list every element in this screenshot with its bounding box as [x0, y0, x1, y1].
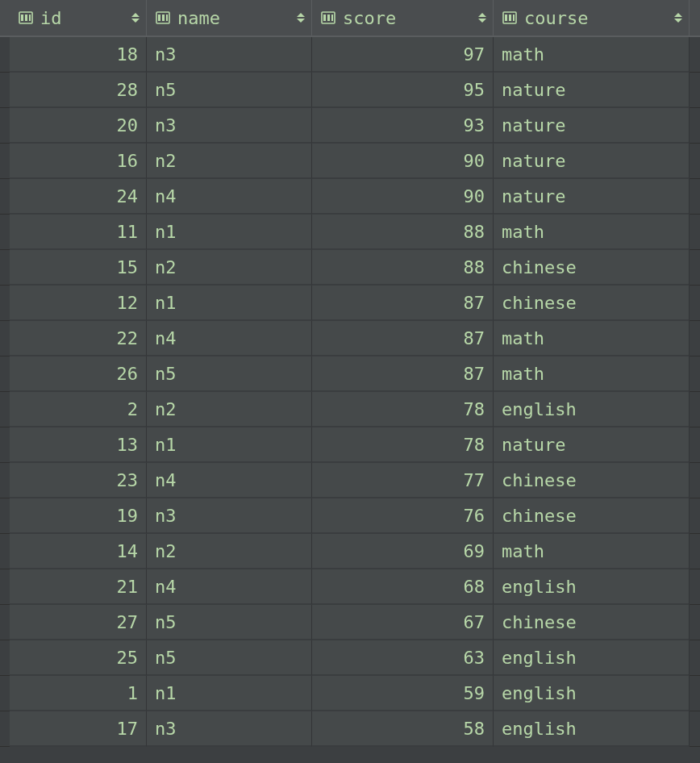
- cell-course[interactable]: nature: [494, 144, 690, 179]
- cell-value: math: [502, 364, 544, 384]
- cell-score[interactable]: 68: [312, 569, 494, 605]
- row-gutter: [690, 711, 700, 747]
- cell-name[interactable]: n5: [147, 356, 312, 392]
- cell-name[interactable]: n2: [147, 250, 312, 286]
- cell-id[interactable]: 11: [10, 215, 147, 250]
- cell-name[interactable]: n3: [147, 37, 312, 73]
- cell-score[interactable]: 97: [312, 37, 494, 73]
- cell-score[interactable]: 76: [312, 498, 494, 534]
- cell-id[interactable]: 19: [10, 498, 147, 534]
- cell-id[interactable]: 15: [10, 250, 147, 286]
- cell-id[interactable]: 22: [10, 321, 147, 356]
- cell-course[interactable]: nature: [494, 108, 690, 144]
- cell-id[interactable]: 16: [10, 144, 147, 179]
- cell-id[interactable]: 24: [10, 179, 147, 215]
- cell-value: math: [502, 328, 544, 348]
- cell-value: n4: [155, 186, 177, 206]
- row-gutter: [0, 463, 10, 498]
- cell-name[interactable]: n2: [147, 392, 312, 427]
- cell-name[interactable]: n3: [147, 498, 312, 534]
- cell-score[interactable]: 67: [312, 605, 494, 640]
- cell-id[interactable]: 25: [10, 640, 147, 676]
- cell-course[interactable]: chinese: [494, 250, 690, 286]
- cell-score[interactable]: 93: [312, 108, 494, 144]
- cell-name[interactable]: n1: [147, 286, 312, 321]
- cell-id[interactable]: 20: [10, 108, 147, 144]
- cell-name[interactable]: n2: [147, 144, 312, 179]
- cell-course[interactable]: english: [494, 392, 690, 427]
- cell-course[interactable]: english: [494, 711, 690, 747]
- cell-course[interactable]: english: [494, 569, 690, 605]
- cell-course[interactable]: chinese: [494, 605, 690, 640]
- cell-score[interactable]: 78: [312, 392, 494, 427]
- cell-name[interactable]: n1: [147, 215, 312, 250]
- cell-value: 13: [117, 435, 139, 455]
- cell-name[interactable]: n4: [147, 321, 312, 356]
- cell-score[interactable]: 59: [312, 676, 494, 711]
- cell-course[interactable]: english: [494, 676, 690, 711]
- cell-name[interactable]: n3: [147, 108, 312, 144]
- cell-value: math: [502, 222, 544, 242]
- cell-id[interactable]: 2: [10, 392, 147, 427]
- cell-course[interactable]: math: [494, 37, 690, 73]
- cell-value: chinese: [502, 612, 577, 632]
- cell-score[interactable]: 95: [312, 73, 494, 108]
- cell-course[interactable]: math: [494, 321, 690, 356]
- cell-id[interactable]: 13: [10, 427, 147, 463]
- cell-id[interactable]: 28: [10, 73, 147, 108]
- cell-course[interactable]: math: [494, 215, 690, 250]
- cell-score[interactable]: 90: [312, 179, 494, 215]
- cell-value: 28: [117, 80, 139, 100]
- cell-score[interactable]: 63: [312, 640, 494, 676]
- cell-name[interactable]: n3: [147, 711, 312, 747]
- cell-value: 1: [127, 683, 138, 703]
- cell-course[interactable]: chinese: [494, 498, 690, 534]
- cell-course[interactable]: nature: [494, 179, 690, 215]
- column-header-course[interactable]: course: [494, 0, 690, 37]
- cell-id[interactable]: 12: [10, 286, 147, 321]
- cell-id[interactable]: 18: [10, 37, 147, 73]
- cell-score[interactable]: 88: [312, 215, 494, 250]
- cell-score[interactable]: 87: [312, 356, 494, 392]
- cell-id[interactable]: 26: [10, 356, 147, 392]
- cell-course[interactable]: math: [494, 534, 690, 569]
- cell-value: nature: [502, 115, 565, 136]
- cell-value: n5: [155, 364, 177, 384]
- cell-course[interactable]: chinese: [494, 463, 690, 498]
- cell-score[interactable]: 69: [312, 534, 494, 569]
- cell-course[interactable]: nature: [494, 73, 690, 108]
- cell-value: 12: [117, 293, 139, 313]
- cell-score[interactable]: 58: [312, 711, 494, 747]
- cell-course[interactable]: chinese: [494, 286, 690, 321]
- cell-name[interactable]: n4: [147, 463, 312, 498]
- cell-name[interactable]: n5: [147, 605, 312, 640]
- cell-id[interactable]: 27: [10, 605, 147, 640]
- cell-name[interactable]: n2: [147, 534, 312, 569]
- cell-score[interactable]: 87: [312, 321, 494, 356]
- cell-id[interactable]: 17: [10, 711, 147, 747]
- cell-id[interactable]: 14: [10, 534, 147, 569]
- column-header-id[interactable]: id: [10, 0, 147, 37]
- cell-score[interactable]: 87: [312, 286, 494, 321]
- cell-score[interactable]: 78: [312, 427, 494, 463]
- sort-icon: [674, 13, 682, 23]
- cell-name[interactable]: n1: [147, 676, 312, 711]
- cell-name[interactable]: n5: [147, 73, 312, 108]
- cell-name[interactable]: n1: [147, 427, 312, 463]
- cell-name[interactable]: n4: [147, 179, 312, 215]
- cell-course[interactable]: english: [494, 640, 690, 676]
- cell-value: 68: [464, 577, 485, 597]
- cell-name[interactable]: n4: [147, 569, 312, 605]
- cell-course[interactable]: math: [494, 356, 690, 392]
- cell-score[interactable]: 77: [312, 463, 494, 498]
- column-header-name[interactable]: name: [147, 0, 312, 37]
- cell-score[interactable]: 88: [312, 250, 494, 286]
- cell-id[interactable]: 21: [10, 569, 147, 605]
- cell-course[interactable]: nature: [494, 427, 690, 463]
- cell-name[interactable]: n5: [147, 640, 312, 676]
- cell-id[interactable]: 23: [10, 463, 147, 498]
- cell-score[interactable]: 90: [312, 144, 494, 179]
- bottom-strip: [0, 747, 700, 763]
- column-header-score[interactable]: score: [312, 0, 494, 37]
- cell-id[interactable]: 1: [10, 676, 147, 711]
